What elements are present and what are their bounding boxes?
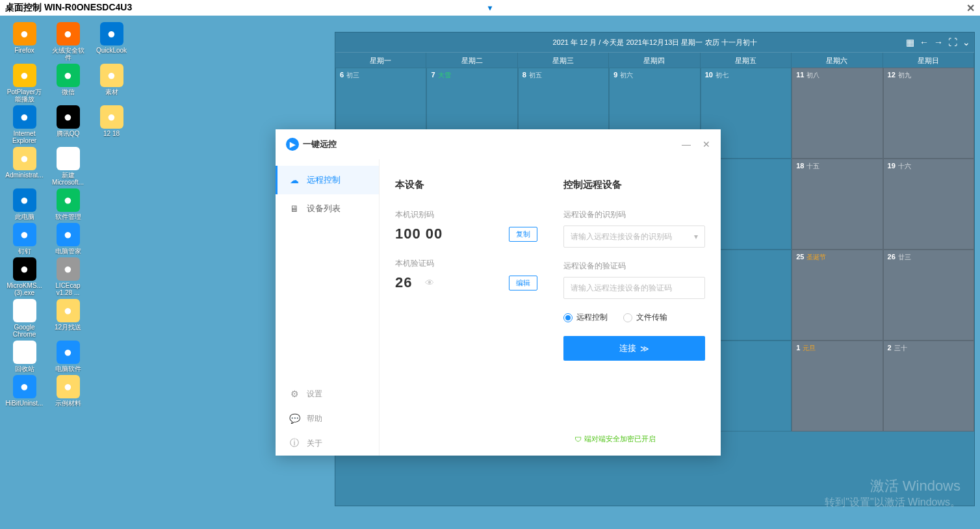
- icon-label: 腾讯QQ: [57, 130, 80, 137]
- local-code-value: 26: [395, 274, 412, 291]
- desktop-icon[interactable]: ●软件管理: [50, 188, 86, 220]
- desktop-icon[interactable]: ●此电脑: [6, 188, 42, 220]
- radio-file-transfer[interactable]: 文件传输: [623, 312, 667, 323]
- chevron-down-icon: ▾: [694, 232, 698, 241]
- windows-activation-watermark: 激活 Windows 转到"设置"以激活 Windows。: [825, 476, 961, 510]
- desktop-icon[interactable]: ●Firefox: [6, 22, 42, 61]
- desktop-icon[interactable]: ●PotPlayer万能播放器.exe: [6, 64, 42, 103]
- app-icon: ●: [100, 105, 123, 129]
- desktop-icon[interactable]: ●素材: [94, 64, 129, 103]
- icon-label: 软件管理: [55, 213, 81, 220]
- local-device-panel: 本设备 本机识别码 100 00 复制 本机验证码 26 👁 编辑: [395, 179, 537, 443]
- desktop-icon[interactable]: ●Administrat...: [6, 147, 42, 186]
- app-icon: ●: [57, 22, 80, 45]
- desktop-icon[interactable]: ●微信: [50, 64, 86, 103]
- nav-about[interactable]: ⓘ 关于: [276, 431, 379, 456]
- remote-device-panel: 控制远程设备 远程设备的识别码 请输入远程连接设备的识别码 ▾ 远程设备的验证码…: [563, 179, 706, 443]
- icon-label: 电脑软件: [55, 365, 81, 372]
- desktop-icon[interactable]: ●12 18: [94, 105, 129, 144]
- calendar-cell[interactable]: 2三十: [883, 341, 974, 432]
- desktop-icon[interactable]: ●回收站: [6, 341, 42, 372]
- desktop-icon[interactable]: ●腾讯QQ: [50, 105, 86, 144]
- desktop-icon[interactable]: ●新建 Microsoft...: [50, 147, 86, 186]
- local-code-label: 本机验证码: [395, 258, 537, 269]
- icon-label: 火绒安全软件: [50, 47, 86, 61]
- app-icon: ●: [13, 341, 36, 364]
- icon-label: 微信: [62, 88, 75, 96]
- nav-device-list[interactable]: 🖥 设备列表: [276, 194, 379, 223]
- window-titlebar: 桌面控制 WIN-R0ONESDC4U3 ▾ ✕: [0, 0, 980, 16]
- desktop-icon[interactable]: ●HiBitUninst...: [6, 375, 42, 407]
- app-icon: ●: [13, 188, 36, 212]
- desktop-icon[interactable]: ●Internet Explorer: [6, 105, 42, 144]
- calendar-weekdays: 星期一星期二星期三星期四星期五星期六星期日: [335, 52, 974, 68]
- icon-label: 钉钉: [18, 248, 31, 255]
- gear-icon: ⚙: [289, 389, 300, 399]
- icon-label: Administrat...: [5, 172, 43, 179]
- desktop-icon[interactable]: ●12月找送: [50, 299, 86, 338]
- app-icon: ●: [57, 147, 80, 170]
- calendar-expand-icon[interactable]: ⛶: [948, 37, 957, 47]
- weekday-label: 星期五: [701, 53, 792, 68]
- desktop-icon[interactable]: ●QuickLook: [94, 22, 129, 61]
- close-icon[interactable]: ✕: [703, 139, 710, 149]
- calendar-cell[interactable]: 11初八: [792, 68, 883, 159]
- app-icon: ●: [13, 105, 36, 129]
- copy-button[interactable]: 复制: [509, 227, 537, 242]
- calendar-cell[interactable]: 25圣诞节: [792, 250, 883, 341]
- icon-label: 回收站: [15, 365, 34, 372]
- calendar-prev-icon[interactable]: ←: [920, 37, 929, 47]
- app-icon: ●: [57, 105, 80, 129]
- minimize-icon[interactable]: —: [682, 139, 691, 149]
- app-icon: ●: [13, 299, 36, 322]
- app-icon: ●: [57, 299, 80, 322]
- icon-label: LICEcap v1.28 ...: [50, 282, 86, 296]
- desktop-icon[interactable]: ●钉钉: [6, 223, 42, 255]
- remote-code-input[interactable]: [563, 277, 706, 299]
- calendar-cell[interactable]: 26廿三: [883, 250, 974, 341]
- edit-button[interactable]: 编辑: [509, 276, 537, 290]
- app-icon: ●: [57, 223, 80, 246]
- calendar-today-icon[interactable]: ▦: [906, 37, 914, 47]
- nav-help[interactable]: 💬 帮助: [276, 406, 379, 431]
- calendar-title: 2021 年 12 月 / 今天是 2021年12月13日 星期一 农历 十一月…: [552, 38, 756, 47]
- icon-label: MicroKMS... (3).exe: [6, 282, 42, 296]
- play-icon: ▶: [286, 138, 299, 151]
- chevron-down-icon[interactable]: ▾: [488, 3, 492, 12]
- icon-label: QuickLook: [96, 47, 127, 54]
- calendar-menu-icon[interactable]: ⌄: [962, 37, 970, 47]
- icon-label: 新建 Microsoft...: [50, 172, 86, 186]
- desktop-icon[interactable]: ●电脑软件: [50, 341, 86, 372]
- app-icon: ●: [57, 64, 80, 87]
- nav-settings[interactable]: ⚙ 设置: [276, 381, 379, 406]
- panel-title: 控制远程设备: [563, 179, 706, 191]
- desktop-icon[interactable]: ●示例材料: [50, 375, 86, 407]
- app-icon: ●: [13, 223, 36, 246]
- desktop-icon[interactable]: ●Google Chrome: [6, 299, 42, 338]
- calendar-cell[interactable]: 18十五: [792, 159, 883, 250]
- weekday-label: 星期二: [426, 53, 517, 68]
- calendar-cell[interactable]: 12初九: [883, 68, 974, 159]
- nav-remote-control[interactable]: ☁ 远程控制: [276, 166, 379, 194]
- calendar-next-icon[interactable]: →: [934, 37, 943, 47]
- shield-icon: 🛡: [574, 435, 582, 443]
- window-title: 桌面控制 WIN-R0ONESDC4U3: [5, 2, 132, 14]
- app-icon: ●: [13, 257, 36, 281]
- app-icon: ●: [57, 257, 80, 281]
- calendar-cell[interactable]: 19十六: [883, 159, 974, 250]
- remote-id-select[interactable]: 请输入远程连接设备的识别码 ▾: [563, 226, 706, 248]
- weekday-label: 星期三: [518, 53, 609, 68]
- connect-button[interactable]: 连接 ≫: [563, 336, 706, 361]
- remote-control-app: ▶ 一键远控 — ✕ ☁ 远程控制 🖥 设备列表: [276, 129, 721, 456]
- desktop-icon[interactable]: ●MicroKMS... (3).exe: [6, 257, 42, 296]
- monitor-icon: 🖥: [289, 203, 300, 214]
- desktop-icon[interactable]: ●电脑管家: [50, 223, 86, 255]
- desktop-icon[interactable]: ●火绒安全软件: [50, 22, 86, 61]
- radio-remote-control[interactable]: 远程控制: [563, 312, 608, 323]
- calendar-cell[interactable]: 1元旦: [792, 341, 883, 432]
- desktop-icon[interactable]: ●LICEcap v1.28 ...: [50, 257, 86, 296]
- app-titlebar: ▶ 一键远控 — ✕: [276, 129, 721, 159]
- icon-label: HiBitUninst...: [6, 400, 44, 407]
- close-icon[interactable]: ✕: [966, 2, 975, 14]
- eye-icon[interactable]: 👁: [425, 277, 434, 288]
